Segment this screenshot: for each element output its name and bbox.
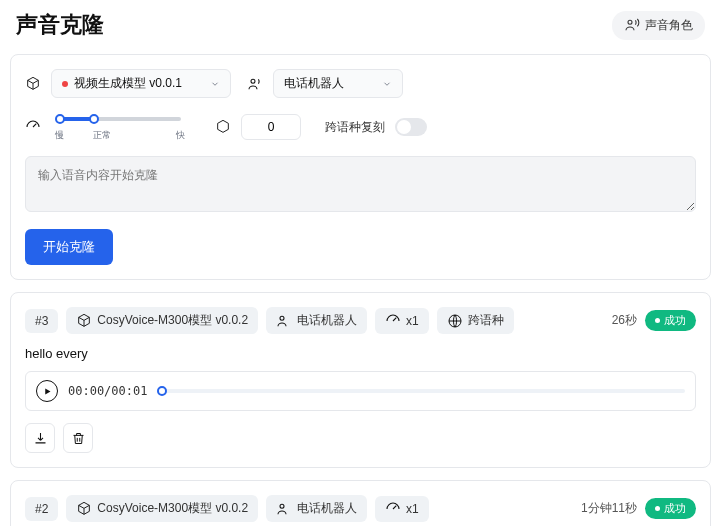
voice-role-button[interactable]: 声音角色 — [612, 11, 705, 40]
role-tag: 电话机器人 — [266, 307, 367, 334]
cross-language-label: 跨语种复刻 — [325, 119, 385, 136]
chevron-down-icon — [210, 79, 220, 89]
seed-input[interactable] — [241, 114, 301, 140]
page-title: 声音克隆 — [16, 10, 104, 40]
result-card: #3 CosyVoice-M300模型 v0.0.2 电话机器人 x1 跨语种 … — [10, 292, 711, 468]
speed-icon — [385, 313, 401, 329]
slider-handle[interactable] — [55, 114, 65, 124]
slider-handle[interactable] — [89, 114, 99, 124]
index-tag: #3 — [25, 309, 58, 333]
model-select-value: 视频生成模型 v0.0.1 — [74, 75, 182, 92]
player-progress[interactable] — [157, 389, 685, 393]
speed-tag: x1 — [375, 308, 429, 334]
model-select[interactable]: 视频生成模型 v0.0.1 — [51, 69, 231, 98]
model-icon — [76, 501, 92, 517]
delete-button[interactable] — [63, 423, 93, 453]
speed-icon — [385, 501, 401, 517]
user-voice-icon — [276, 501, 292, 517]
speed-icon — [25, 119, 41, 135]
start-clone-button[interactable]: 开始克隆 — [25, 229, 113, 265]
cross-tag: 跨语种 — [437, 307, 514, 334]
speed-tick-slow: 慢 — [55, 129, 64, 142]
status-dot-icon — [62, 81, 68, 87]
progress-handle[interactable] — [157, 386, 167, 396]
role-select[interactable]: 电话机器人 — [273, 69, 403, 98]
user-voice-icon — [247, 76, 263, 92]
play-button[interactable] — [36, 380, 58, 402]
status-badge: 成功 — [645, 310, 696, 331]
player-time: 00:00/00:01 — [68, 384, 147, 398]
speed-slider[interactable]: 慢 正常 快 — [55, 112, 185, 142]
clone-text-output: hello every — [25, 346, 696, 361]
svg-point-0 — [628, 20, 632, 24]
svg-point-2 — [280, 316, 284, 320]
clone-text-input[interactable] — [25, 156, 696, 212]
model-icon — [25, 76, 41, 92]
index-tag: #2 — [25, 497, 58, 521]
audio-player: 00:00/00:01 — [25, 371, 696, 411]
result-card: #2 CosyVoice-M300模型 v0.0.2 电话机器人 x1 1分钟1… — [10, 480, 711, 526]
speed-tick-fast: 快 — [176, 129, 185, 142]
model-tag: CosyVoice-M300模型 v0.0.2 — [66, 307, 258, 334]
clone-form-panel: 视频生成模型 v0.0.1 电话机器人 慢 正常 快 — [10, 54, 711, 280]
svg-point-4 — [280, 504, 284, 508]
user-voice-icon — [624, 17, 640, 33]
status-badge: 成功 — [645, 498, 696, 519]
svg-point-1 — [251, 79, 255, 83]
duration-label: 1分钟11秒 — [581, 500, 637, 517]
model-icon — [76, 313, 92, 329]
role-select-value: 电话机器人 — [284, 75, 344, 92]
voice-role-label: 声音角色 — [645, 17, 693, 34]
speed-tick-normal: 正常 — [93, 129, 111, 142]
speed-tag: x1 — [375, 496, 429, 522]
role-tag: 电话机器人 — [266, 495, 367, 522]
model-tag: CosyVoice-M300模型 v0.0.2 — [66, 495, 258, 522]
cross-language-toggle[interactable] — [395, 118, 427, 136]
duration-label: 26秒 — [612, 312, 637, 329]
seed-icon — [215, 119, 231, 135]
user-voice-icon — [276, 313, 292, 329]
download-button[interactable] — [25, 423, 55, 453]
chevron-down-icon — [382, 79, 392, 89]
globe-icon — [447, 313, 463, 329]
